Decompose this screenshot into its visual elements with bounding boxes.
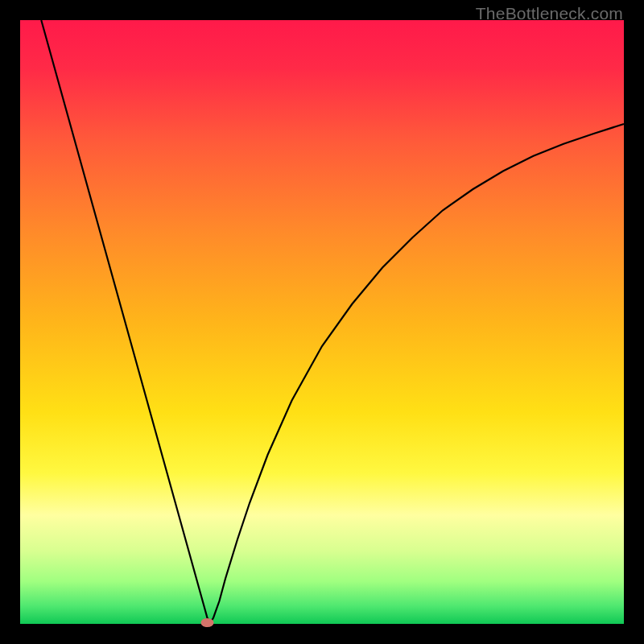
- bottleneck-chart: [0, 0, 644, 644]
- plot-background: [20, 20, 624, 624]
- minimum-marker: [201, 618, 214, 627]
- watermark-text: TheBottleneck.com: [476, 4, 623, 23]
- chart-container: TheBottleneck.com: [0, 0, 644, 644]
